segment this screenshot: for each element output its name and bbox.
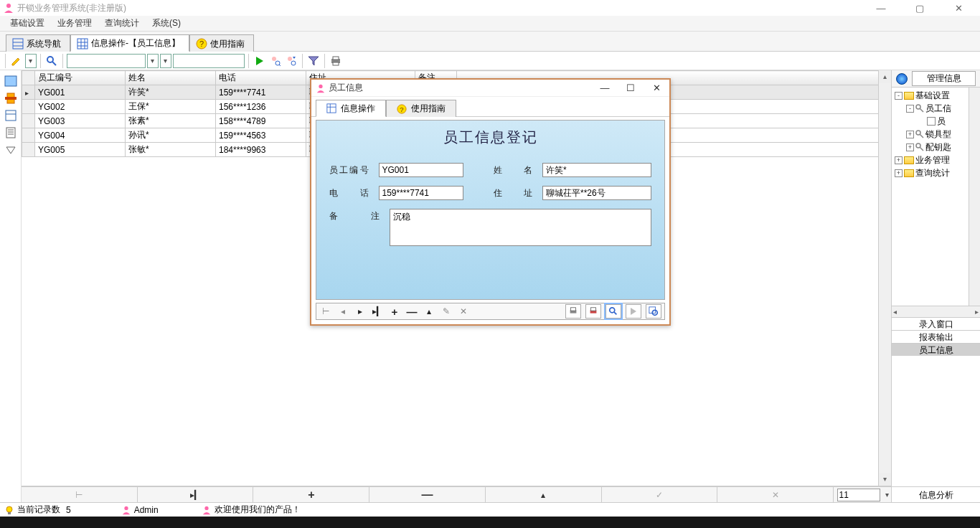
close-button[interactable]: ✕ <box>946 1 971 15</box>
row-indicator[interactable] <box>22 85 35 100</box>
nav-tree[interactable]: -基础设置-员工信员+锁具型+配钥匙+业务管理+查询统计 <box>892 88 969 306</box>
remark-input[interactable] <box>390 209 651 246</box>
cell[interactable]: YG005 <box>35 143 126 157</box>
col-emp-id[interactable]: 员工编号 <box>35 71 126 85</box>
dialog-tab-info-op[interactable]: 信息操作 <box>316 100 386 117</box>
nav-icon-4[interactable] <box>4 126 17 139</box>
cell[interactable]: YG004 <box>35 128 126 143</box>
vertical-scrollbar[interactable]: ▴ ▾ <box>878 70 891 486</box>
dialog-titlebar[interactable]: 员工信息 — ☐ ✕ <box>311 80 669 97</box>
nav-save[interactable]: ✓ <box>602 487 718 502</box>
scroll-down-arrow[interactable]: ▾ <box>879 473 891 486</box>
dialog-minimize[interactable]: — <box>596 82 613 93</box>
cell[interactable]: 184****9963 <box>216 143 306 157</box>
filter-funnel-icon[interactable] <box>306 54 321 68</box>
expand-toggle[interactable]: + <box>906 131 914 138</box>
nav-up[interactable]: ▴ <box>486 487 602 502</box>
cell[interactable]: 孙讯* <box>126 128 216 143</box>
dialog-maximize[interactable]: ☐ <box>622 82 639 93</box>
dlg-nav-cancel[interactable]: ✕ <box>457 305 470 318</box>
tab-info-op[interactable]: 信息操作-【员工信息】 <box>70 34 189 52</box>
cell[interactable]: 张素* <box>126 114 216 128</box>
cell[interactable]: YG003 <box>35 114 126 128</box>
right-item-input-window[interactable]: 录入窗口 <box>892 317 980 330</box>
nav-first[interactable]: ⊢ <box>22 487 138 502</box>
cell[interactable]: 张敏* <box>126 143 216 157</box>
record-number-input[interactable] <box>837 489 880 501</box>
cell[interactable]: 王保* <box>126 100 216 114</box>
dlg-play-icon[interactable] <box>626 304 641 319</box>
print-icon[interactable] <box>329 54 343 68</box>
scroll-up-arrow[interactable]: ▴ <box>879 70 891 83</box>
nav-icon-1[interactable] <box>4 75 17 88</box>
run-icon[interactable] <box>253 54 267 68</box>
name-input[interactable] <box>542 163 651 177</box>
tab-system-nav[interactable]: 系统导航 <box>6 34 70 52</box>
nav-add[interactable]: + <box>253 487 369 502</box>
expand-toggle[interactable]: - <box>895 92 903 100</box>
maximize-button[interactable]: ▢ <box>907 1 933 15</box>
dlg-nav-prev[interactable]: ◂ <box>336 305 349 318</box>
row-indicator[interactable] <box>22 100 35 114</box>
right-item-report-output[interactable]: 报表输出 <box>892 330 980 343</box>
tree-node[interactable]: 员 <box>892 115 969 128</box>
cell[interactable]: 159****7741 <box>216 85 306 100</box>
dlg-nav-first[interactable]: ⊢ <box>319 305 332 318</box>
nav-icon-3[interactable] <box>4 109 17 122</box>
col-name[interactable]: 姓名 <box>126 71 216 85</box>
dialog-tab-help[interactable]: ? 使用指南 <box>386 100 456 117</box>
dlg-print2-icon[interactable] <box>585 304 601 319</box>
menu-query-stats[interactable]: 查询统计 <box>99 16 145 31</box>
dlg-nav-edit[interactable]: ✎ <box>440 305 453 318</box>
addr-input[interactable] <box>542 186 651 200</box>
tree-node[interactable]: +锁具型 <box>892 128 969 141</box>
dlg-print-icon[interactable] <box>565 304 581 319</box>
dlg-nav-add[interactable]: + <box>388 305 401 318</box>
menu-system[interactable]: 系统(S) <box>146 16 187 31</box>
dlg-zoom-icon[interactable] <box>606 304 621 319</box>
expand-toggle[interactable]: + <box>895 169 903 177</box>
col-phone[interactable]: 电话 <box>216 71 306 85</box>
find-user-icon[interactable] <box>268 54 283 68</box>
nav-icon-5[interactable] <box>4 143 17 156</box>
tree-hscroll[interactable]: ◂▸ <box>892 306 980 317</box>
tree-node[interactable]: +配钥匙 <box>892 141 969 154</box>
tree-node[interactable]: +业务管理 <box>892 154 969 166</box>
op-dropdown[interactable]: ▾ <box>160 54 171 68</box>
dlg-nav-play[interactable]: ▸ <box>354 305 367 318</box>
cell[interactable]: 159****4563 <box>216 128 306 143</box>
phone-input[interactable] <box>379 186 463 200</box>
row-indicator[interactable] <box>22 143 35 157</box>
dlg-zoom2-icon[interactable] <box>646 304 661 319</box>
dlg-nav-up[interactable]: ▴ <box>423 305 435 318</box>
cell[interactable]: YG001 <box>35 85 126 100</box>
cell[interactable]: 158****4789 <box>216 114 306 128</box>
filter-dropdown[interactable]: ▾ <box>147 54 159 68</box>
expand-toggle[interactable]: - <box>906 105 914 113</box>
row-indicator[interactable] <box>22 128 35 143</box>
edit-dropdown[interactable]: ▾ <box>25 54 37 68</box>
expand-toggle[interactable]: + <box>906 143 914 151</box>
tree-node[interactable]: -员工信 <box>892 102 969 115</box>
filter-value-input[interactable] <box>173 54 245 68</box>
expand-toggle[interactable]: + <box>895 156 903 164</box>
menu-basic-settings[interactable]: 基础设置 <box>4 16 50 31</box>
cell[interactable]: 许笑* <box>126 85 216 100</box>
filter-field-combo[interactable] <box>67 54 146 68</box>
find-next-icon[interactable] <box>284 54 298 68</box>
row-indicator[interactable] <box>22 114 35 128</box>
tree-vscroll[interactable] <box>969 88 980 306</box>
nav-icon-2[interactable] <box>4 92 17 105</box>
nav-del[interactable]: — <box>369 487 486 502</box>
cell[interactable]: YG002 <box>35 100 126 114</box>
tree-node[interactable]: +查询统计 <box>892 166 969 179</box>
emp-id-input[interactable] <box>379 163 463 177</box>
minimize-button[interactable]: — <box>868 1 894 15</box>
menu-business[interactable]: 业务管理 <box>52 16 98 31</box>
nav-next[interactable]: ▸▎ <box>138 487 254 502</box>
right-item-employee-info[interactable]: 员工信息 <box>892 343 980 356</box>
right-panel-footer[interactable]: 信息分析 <box>892 486 980 502</box>
record-dropdown-icon[interactable]: ▾ <box>883 491 891 499</box>
nav-cancel[interactable]: ✕ <box>717 487 834 502</box>
dlg-nav-next[interactable]: ▸▎ <box>371 305 384 318</box>
